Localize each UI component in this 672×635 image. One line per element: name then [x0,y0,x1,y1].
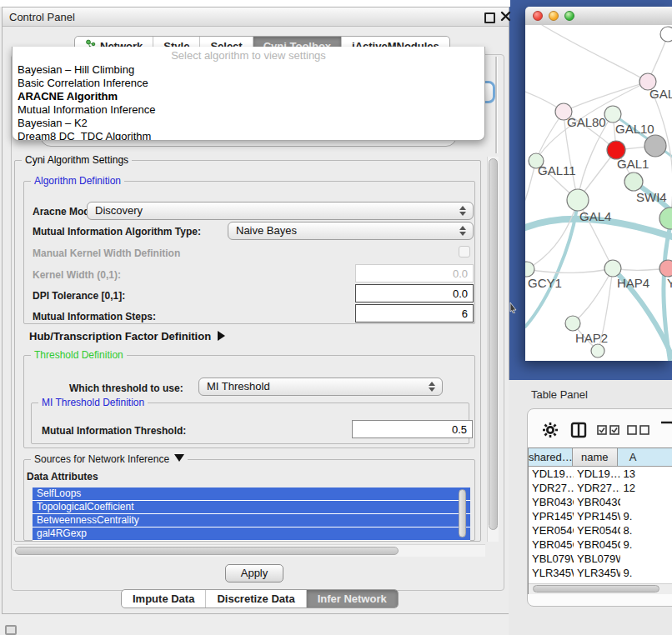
settings-vertical-scrollbar[interactable] [487,157,499,542]
node-label: SWI4 [636,190,667,204]
network-node[interactable] [659,260,672,277]
column-header-name[interactable]: name [573,448,618,467]
algorithm-option[interactable]: Bayesian – Hill Climbing [13,63,484,77]
document-icon[interactable] [659,421,672,439]
algorithm-option[interactable]: Bayesian – K2 [13,117,484,130]
table-cell: 9. [620,566,672,580]
sources-group-title[interactable]: Sources for Network Inference [31,453,188,465]
algorithm-option[interactable]: Mutual Information Inference [13,103,484,117]
table-row[interactable]: YDL19…YDL19…13 [529,467,672,481]
dpi-tolerance-field[interactable]: 0.0 [355,284,474,302]
table-row[interactable]: YLR345WYLR345W9. [529,566,672,580]
tab-discretize-data[interactable]: Discretize Data [206,590,306,608]
data-attributes-label: Data Attributes [27,471,98,482]
kernel-width-field[interactable]: 0.0 [355,264,474,282]
network-canvas[interactable]: GALGAL80GAL10GAL1GAL11SWI4GAL4GCY1HAP4YH… [525,25,672,361]
algorithm-dropdown-list: Select algorithm to view settings Bayesi… [12,47,485,141]
checked-boxes-icon[interactable] [597,425,620,435]
attributes-list-scrollbar[interactable] [459,489,466,538]
collapsed-arrow-icon [218,331,225,341]
network-node[interactable] [604,260,621,277]
attribute-list-item[interactable]: TopologicalCoefficient [33,501,470,513]
attribute-list-item[interactable]: SelfLoops [33,488,470,500]
network-node[interactable] [567,189,589,211]
network-node[interactable] [644,135,666,157]
table-cell: YPR145W [574,509,619,523]
threshold-definition-group: Threshold Definition Which threshold to … [23,355,475,448]
attribute-list-item[interactable]: BetweennessCentrality [33,514,470,527]
vertical-scrollbar-thumb[interactable] [489,158,498,530]
dropdown-placeholder: Select algorithm to view settings [13,47,484,63]
node-label: GAL1 [617,157,649,171]
table-cell: YPR145W [529,509,574,523]
table-cell: YBR045C [574,538,619,552]
data-attributes-list[interactable]: SelfLoopsTopologicalCoefficientBetweenne… [33,488,470,541]
table-cell: YBR045C [529,538,574,552]
dpi-tolerance-label: DPI Tolerance [0,1]: [33,290,125,302]
settings-scroll-area: Cyni Algorithm Settings Algorithm Defini… [12,153,499,557]
network-node[interactable] [659,208,672,229]
mouse-cursor [509,302,517,313]
table-row[interactable]: YPR145WYPR145W9. [529,509,672,523]
network-node[interactable] [525,262,534,277]
network-node[interactable] [604,106,621,122]
network-node[interactable] [660,27,672,42]
sources-title-text: Sources for Network Inference [34,453,169,465]
table-cell: YDR27… [574,481,619,495]
minimize-window-button[interactable] [549,11,559,21]
spinner-arrows-icon [459,225,467,237]
expanded-arrow-icon [174,454,184,462]
table-cell: YLR345W [574,566,619,580]
tab-impute-data[interactable]: Impute Data [122,590,206,608]
close-window-button[interactable] [533,11,543,21]
tab-infer-network[interactable]: Infer Network [307,590,398,608]
close-panel-icon[interactable] [500,11,511,22]
table-cell [620,495,672,509]
table-cell: YBL079W [529,552,574,566]
manual-kernel-checkbox[interactable] [459,246,470,258]
column-header-shared[interactable]: shared… [529,448,573,467]
mi-threshold-field[interactable]: 0.5 [352,420,473,438]
kernel-width-label: Kernel Width (0,1): [33,269,121,281]
table-row[interactable]: YBR045CYBR045C9. [529,538,672,552]
zoom-window-button[interactable] [564,11,574,21]
spinner-arrows-icon [459,205,467,217]
float-window-button[interactable] [484,12,495,23]
algorithm-option[interactable]: Basic Correlation Inference [13,77,484,90]
algorithm-option[interactable]: Dream8 DC_TDC Algorithm [13,130,484,141]
table-row[interactable]: YBL079WYBL079W [529,552,672,566]
mi-threshold-label: Mutual Information Threshold: [42,425,186,437]
table-cell: YDL19… [574,467,619,481]
algorithm-definition-title: Algorithm Definition [31,175,124,187]
mi-threshold-group-title: MI Threshold Definition [38,397,148,408]
algorithm-option[interactable]: ARACNE Algorithm [13,90,484,103]
table-cell: 8. [620,523,672,538]
mi-type-combobox[interactable]: Naive Bayes [228,222,474,240]
table-rows: YDL19…YDL19…13YDR27…YDR27…12YBR043CYBR04… [529,467,672,584]
unchecked-boxes-icon[interactable] [627,425,650,435]
network-node[interactable] [591,344,604,358]
table-row[interactable]: YDR27…YDR27…12 [529,481,672,495]
column-header-a[interactable]: A [618,448,672,467]
aracne-mode-combobox[interactable]: Discovery [87,202,474,220]
columns-icon[interactable] [570,422,587,438]
which-threshold-combobox[interactable]: MI Threshold [198,378,443,396]
table-row[interactable]: YER054CYER054C8. [529,523,672,538]
horizontal-scrollbar-thumb[interactable] [15,547,399,555]
network-window-titlebar[interactable] [525,7,672,26]
control-panel-titlebar[interactable]: Control Panel [3,8,509,27]
gear-icon[interactable] [542,422,559,438]
hub-definition-toggle[interactable]: Hub/Transcription Factor Definition [29,330,225,342]
mi-steps-field[interactable]: 6 [355,304,474,322]
table-cell: YLR345W [529,566,574,580]
network-node[interactable] [624,172,643,191]
table-scrollbar-thumb[interactable] [533,585,659,592]
settings-horizontal-scrollbar[interactable] [13,544,485,557]
table-row[interactable]: YBR043CYBR043C [529,495,672,509]
which-threshold-label: Which threshold to use: [69,382,183,394]
apply-button[interactable]: Apply [225,564,283,582]
collapsed-panel-icon[interactable] [5,625,17,635]
network-node[interactable] [565,316,580,331]
attribute-list-item[interactable]: gal4RGexp [33,528,470,540]
which-threshold-value: MI Threshold [207,380,270,392]
